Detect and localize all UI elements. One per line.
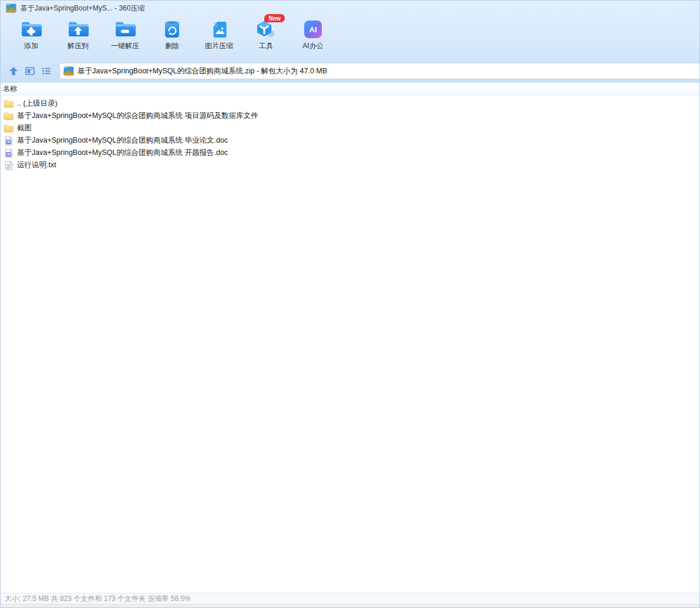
file-row-source-folder[interactable]: 基于Java+SpringBoot+MySQL的综合团购商城系统 项目源码及数据…: [1, 110, 699, 122]
status-bar: 大小: 27.5 MB 共 823 个文件和 173 个文件夹 压缩率 58.5…: [1, 593, 699, 604]
ai-office-label: AI办公: [302, 42, 323, 50]
folder-icon: [4, 111, 14, 121]
address-field[interactable]: 基于Java+SpringBoot+MySQL的综合团购商城系统.zip - 解…: [59, 63, 699, 79]
address-text: 基于Java+SpringBoot+MySQL的综合团购商城系统.zip - 解…: [78, 66, 327, 76]
image-compress-button[interactable]: 图片压缩: [196, 16, 243, 57]
list-view-icon: [41, 66, 52, 76]
folder-up-arrow-icon: [67, 19, 89, 39]
new-badge: New: [264, 14, 285, 22]
word-doc-icon: W: [4, 136, 14, 146]
add-label: 添加: [24, 42, 38, 50]
file-name: 截图: [17, 123, 32, 133]
folder-minus-icon: [114, 19, 136, 39]
file-name: .. (上级目录): [17, 99, 58, 109]
text-file-icon: [4, 160, 14, 170]
window-bottom-edge: [1, 604, 699, 607]
image-compress-icon: [208, 19, 230, 39]
one-click-extract-label: 一键解压: [111, 42, 139, 50]
archive-zip-icon: [6, 4, 16, 13]
ai-chip-icon: AI: [302, 19, 324, 39]
one-click-extract-button[interactable]: 一键解压: [102, 16, 149, 57]
tools-cube-icon: [255, 19, 277, 39]
file-name: 基于Java+SpringBoot+MySQL的综合团购商城系统 毕业论文.do…: [17, 136, 228, 146]
zip-file-icon: [63, 66, 74, 76]
file-name: 基于Java+SpringBoot+MySQL的综合团购商城系统 项目源码及数据…: [17, 111, 258, 121]
delete-label: 删除: [165, 42, 179, 50]
list-header: 名称: [1, 83, 699, 96]
window-title: 基于Java+SpringBoot+MyS... - 360压缩: [21, 4, 144, 13]
folder-icon: [4, 99, 14, 109]
list-view-button[interactable]: [39, 64, 53, 78]
file-list: .. (上级目录) 基于Java+SpringBoot+MySQL的综合团购商城…: [1, 96, 699, 593]
delete-button[interactable]: 删除: [149, 16, 196, 57]
add-button[interactable]: 添加: [8, 16, 55, 57]
file-row-parent-directory[interactable]: .. (上级目录): [1, 97, 699, 110]
folder-plus-icon: [20, 19, 42, 39]
view-mode-button[interactable]: [23, 64, 37, 78]
file-row-thesis-doc[interactable]: W 基于Java+SpringBoot+MySQL的综合团购商城系统 毕业论文.…: [1, 134, 699, 147]
ai-chip-text: AI: [304, 21, 322, 38]
file-name: 基于Java+SpringBoot+MySQL的综合团购商城系统 开题报告.do…: [17, 148, 228, 158]
tools-button[interactable]: New 工具: [243, 16, 290, 57]
extract-to-label: 解压到: [68, 42, 89, 50]
up-directory-button[interactable]: [6, 64, 21, 78]
address-bar: 基于Java+SpringBoot+MySQL的综合团购商城系统.zip - 解…: [1, 59, 699, 83]
panel-view-icon: [25, 66, 35, 76]
extract-to-button[interactable]: 解压到: [55, 16, 102, 57]
file-row-screenshots-folder[interactable]: 截图: [1, 122, 699, 134]
status-text: 大小: 27.5 MB 共 823 个文件和 173 个文件夹 压缩率 58.5…: [5, 594, 191, 604]
svg-text:W: W: [6, 139, 11, 143]
tools-label: 工具: [259, 42, 273, 50]
word-doc-icon: W: [4, 148, 14, 158]
window: 基于Java+SpringBoot+MyS... - 360压缩 添加: [0, 0, 700, 608]
column-header-name[interactable]: 名称: [3, 84, 17, 94]
file-row-proposal-doc[interactable]: W 基于Java+SpringBoot+MySQL的综合团购商城系统 开题报告.…: [1, 147, 699, 159]
trash-recycle-icon: [161, 19, 183, 39]
toolbar: 添加 解压到: [1, 16, 699, 59]
title-bar[interactable]: 基于Java+SpringBoot+MyS... - 360压缩: [1, 1, 699, 16]
file-row-readme-txt[interactable]: 运行说明.txt: [1, 159, 699, 171]
up-arrow-icon: [8, 66, 19, 76]
svg-text:W: W: [6, 151, 11, 156]
file-name: 运行说明.txt: [17, 160, 56, 170]
window-chrome: 基于Java+SpringBoot+MyS... - 360压缩 添加: [1, 1, 699, 83]
folder-icon: [4, 123, 14, 133]
ai-office-button[interactable]: AI AI办公: [290, 16, 336, 57]
image-compress-label: 图片压缩: [205, 42, 233, 50]
